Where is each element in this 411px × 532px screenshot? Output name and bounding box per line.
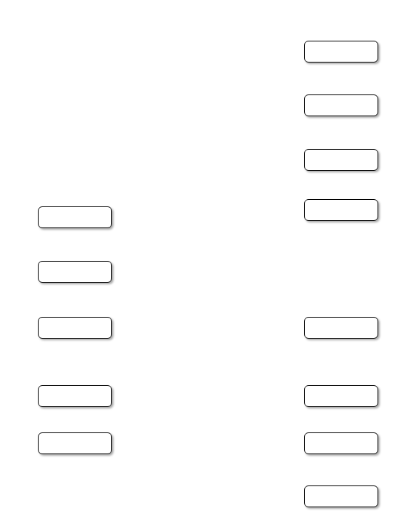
node-c-read (38, 385, 112, 407)
node-s-write (304, 385, 378, 407)
node-c-socket (38, 206, 112, 228)
node-s-listen (304, 149, 378, 171)
node-s-read2 (304, 432, 378, 454)
node-s-accept (304, 199, 378, 221)
flowchart (0, 0, 411, 532)
node-s-bind (304, 94, 378, 116)
node-s-read1 (304, 317, 378, 339)
node-c-close (38, 432, 112, 454)
node-c-write (38, 317, 112, 339)
node-c-connect (38, 261, 112, 283)
node-s-close (304, 485, 378, 507)
node-s-socket (304, 41, 378, 63)
